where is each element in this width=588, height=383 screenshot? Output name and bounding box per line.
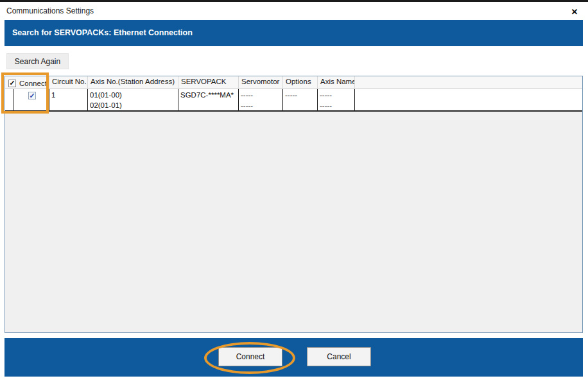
header-options: Options <box>283 76 318 89</box>
header-servopack: SERVOPACK <box>178 76 239 89</box>
cell-servomotor: ----- ----- <box>239 89 283 110</box>
axis-no-line-1: 01(01-00) <box>90 90 178 100</box>
servomotor-line-1: ----- <box>241 90 282 100</box>
table-row[interactable]: ✓ 1 01(01-00) 02(01-01) SGD7C-****MA* --… <box>5 89 582 112</box>
window-title: Communications Settings <box>6 6 94 15</box>
axis-no-line-2: 02(01-01) <box>90 100 178 110</box>
servomotor-line-2: ----- <box>241 100 282 110</box>
select-all-checkbox[interactable]: ✓ <box>8 80 16 87</box>
section-header-title: Search for SERVOPACKs: Ethernet Connecti… <box>12 20 193 46</box>
section-header-bar: Search for SERVOPACKs: Ethernet Connecti… <box>4 20 583 46</box>
table-empty-area <box>5 112 582 332</box>
cancel-button[interactable]: Cancel <box>307 347 371 366</box>
header-connect[interactable]: ✓ Connect <box>5 76 49 89</box>
row-connect-checkbox[interactable]: ✓ <box>28 92 36 99</box>
search-again-button[interactable]: Search Again <box>6 53 69 69</box>
row-filler <box>355 89 582 110</box>
header-circuit-no: Circuit No. <box>49 76 88 89</box>
cell-connect[interactable]: ✓ <box>13 89 49 110</box>
close-icon[interactable]: ✕ <box>566 3 583 20</box>
header-servomotor: Servomotor <box>239 76 283 89</box>
cell-axis-name: ----- ----- <box>318 89 355 110</box>
dialog-footer-bar: Connect Cancel <box>4 338 583 377</box>
cell-axis-no: 01(01-00) 02(01-01) <box>88 89 178 110</box>
title-bar: Communications Settings ✕ <box>0 2 588 20</box>
header-axis-name: Axis Name <box>318 76 355 89</box>
communications-settings-dialog: Communications Settings ✕ Search for SER… <box>0 0 588 383</box>
header-connect-label: Connect <box>19 80 47 87</box>
axis-name-line-2: ----- <box>320 100 354 110</box>
cell-options: ----- <box>283 89 318 110</box>
header-axis-no: Axis No.(Station Address) <box>88 76 178 89</box>
row-header-strip <box>5 89 13 110</box>
cell-circuit-no: 1 <box>49 89 88 110</box>
cell-servopack: SGD7C-****MA* <box>178 89 239 110</box>
table-header-row: ✓ Connect Circuit No. Axis No.(Station A… <box>5 76 582 89</box>
axis-name-line-1: ----- <box>320 90 354 100</box>
connect-button[interactable]: Connect <box>218 347 282 366</box>
servopack-table: ✓ Connect Circuit No. Axis No.(Station A… <box>4 76 583 333</box>
header-filler <box>355 76 582 89</box>
options-line-1: ----- <box>285 90 317 100</box>
